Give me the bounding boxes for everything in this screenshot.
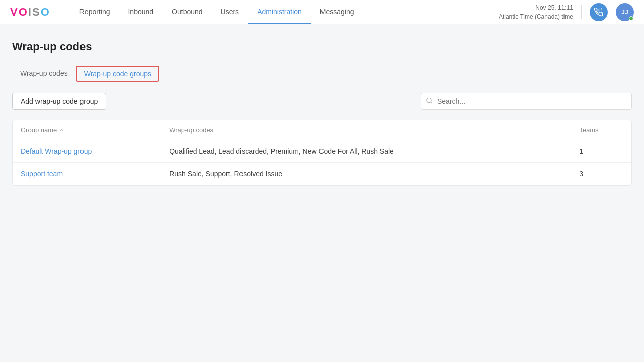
nav-item-users[interactable]: Users — [212, 0, 249, 24]
wrap-up-codes-cell: Rush Sale, Support, Resolved Issue — [161, 163, 571, 186]
search-icon — [426, 97, 433, 106]
avatar-status-dot — [629, 16, 633, 21]
tab-0[interactable]: Wrap-up codes — [12, 65, 76, 82]
datetime: Nov 25, 11:11 Atlantic Time (Canada) tim… — [499, 3, 573, 21]
group-name-link[interactable]: Default Wrap-up group — [21, 147, 92, 155]
logo-o1: O — [19, 6, 28, 18]
logo-o2: O — [41, 6, 50, 18]
add-wrap-up-code-group-button[interactable]: Add wrap-up code group — [12, 93, 106, 110]
header: VOISO ReportingInboundOutboundUsersAdmin… — [0, 0, 644, 24]
wrap-up-groups-table: Group name Wrap-up codes Teams — [12, 120, 632, 186]
search-input[interactable] — [421, 93, 632, 110]
datetime-line1: Nov 25, 11:11 — [499, 3, 573, 12]
phone-icon — [594, 8, 603, 17]
col-wrap-up-codes: Wrap-up codes — [161, 120, 571, 140]
main-content: Wrap-up codes Wrap-up codesWrap-up code … — [0, 24, 644, 202]
header-right: Nov 25, 11:11 Atlantic Time (Canada) tim… — [499, 3, 634, 21]
teams-cell: 1 — [571, 140, 631, 163]
svg-line-1 — [431, 102, 432, 103]
table-row: Support teamRush Sale, Support, Resolved… — [13, 163, 631, 186]
avatar[interactable]: JJ — [616, 3, 634, 21]
datetime-line2: Atlantic Time (Canada) time — [499, 12, 573, 21]
toolbar: Add wrap-up code group — [12, 93, 632, 110]
logo-s: S — [32, 6, 41, 18]
col-group-name: Group name — [13, 120, 161, 140]
logo-i: I — [28, 6, 32, 18]
tabs: Wrap-up codesWrap-up code groups — [12, 65, 632, 82]
tab-1[interactable]: Wrap-up code groups — [76, 66, 159, 82]
nav-item-administration[interactable]: Administration — [248, 0, 311, 24]
logo-v: V — [10, 6, 19, 18]
table-row: Default Wrap-up groupQualified Lead, Lea… — [13, 140, 631, 163]
table-header-row: Group name Wrap-up codes Teams — [13, 120, 631, 140]
phone-button[interactable] — [590, 3, 608, 21]
teams-cell: 3 — [571, 163, 631, 186]
group-name-link[interactable]: Support team — [21, 170, 63, 178]
search-wrapper — [421, 93, 632, 110]
main-nav: ReportingInboundOutboundUsersAdministrat… — [70, 0, 499, 24]
avatar-initials: JJ — [621, 9, 628, 16]
nav-item-outbound[interactable]: Outbound — [163, 0, 212, 24]
sort-icon — [59, 127, 65, 133]
logo: VOISO — [10, 6, 50, 19]
col-teams: Teams — [571, 120, 631, 140]
wrap-up-codes-cell: Qualified Lead, Lead discarded, Premium,… — [161, 140, 571, 163]
nav-item-messaging[interactable]: Messaging — [311, 0, 363, 24]
nav-item-inbound[interactable]: Inbound — [119, 0, 163, 24]
header-divider — [581, 5, 582, 19]
nav-item-reporting[interactable]: Reporting — [70, 0, 119, 24]
page-title: Wrap-up codes — [12, 40, 632, 53]
